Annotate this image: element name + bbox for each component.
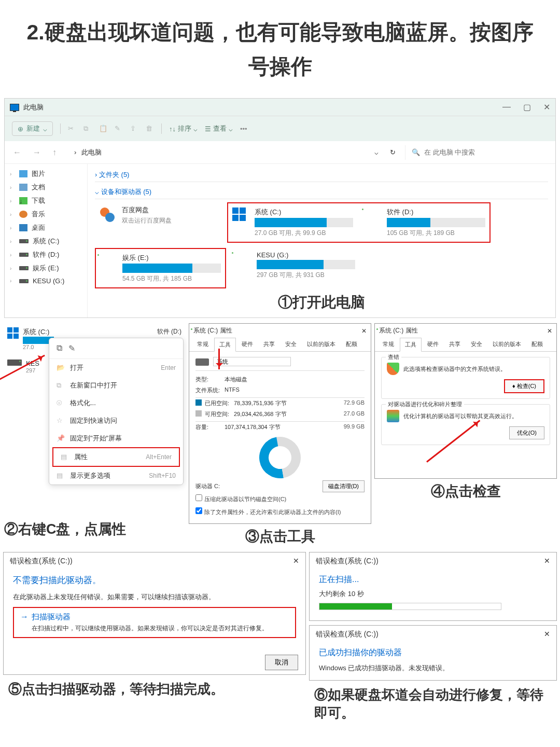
share-icon[interactable]: ⇪ [130,125,138,133]
format-icon: ⦾ [57,399,65,407]
drive-d[interactable]: 软件 (D:)105 GB 可用, 共 189 GB [361,204,488,241]
sidebar-item-documents[interactable]: ›文档 [5,181,87,194]
tab-general[interactable]: 常规 [378,338,399,351]
rename-icon[interactable]: ✎ [68,343,75,353]
drive-name-input[interactable] [213,357,291,366]
tab-hardware[interactable]: 硬件 [423,338,443,351]
scan-drive-option[interactable]: →扫描驱动器 在扫描过程中，可以继续使用驱动器。如果发现错误，你可以决定是否对其… [13,607,296,638]
tab-sharing[interactable]: 共享 [444,338,465,351]
scan-success-text: Windows 已成功扫描驱动器。未发现错误。 [319,663,547,673]
check-header: 查错 [386,353,401,361]
cancel-button[interactable]: 取消 [265,655,298,670]
rename-icon[interactable]: ✎ [115,125,123,133]
group-devices[interactable]: ⌵ 设备和驱动器 (5) [95,185,548,199]
no-scan-needed-heading: 不需要扫描此驱动器。 [13,574,296,586]
refresh-button[interactable]: ↻ [390,148,396,156]
sidebar-item-drive-g[interactable]: ›KESU (G:) [5,275,87,287]
tab-previous[interactable]: 以前的版本 [302,338,340,351]
close-button[interactable]: ✕ [544,557,550,566]
search-box[interactable]: 🔍 [405,145,550,160]
new-label: 新建 [26,124,40,133]
sort-button[interactable]: ↑↓ 排序 ⌵ [169,124,198,133]
tab-quota[interactable]: 配额 [527,338,548,351]
sidebar-item-desktop[interactable]: ›桌面 [5,221,87,234]
delete-icon[interactable]: 🗑 [146,125,154,133]
search-icon: 🔍 [412,148,420,156]
this-pc-icon [10,104,19,111]
back-button[interactable]: ← [10,148,24,157]
more-button[interactable]: ••• [240,125,247,133]
sidebar-item-music[interactable]: ›音乐 [5,208,87,221]
group-folders[interactable]: › 文件夹 (5) [95,168,548,182]
menu-open[interactable]: 📂打开Enter [49,359,183,377]
disk-cleanup-button[interactable]: 磁盘清理(D) [323,480,365,492]
tab-tools[interactable]: 工具 [214,338,236,352]
chevron-down-icon: ⌵ [43,125,47,133]
tab-previous[interactable]: 以前的版本 [488,338,526,351]
error-check-dialog-1: 错误检查(系统 (C:))✕ 不需要扫描此驱动器。 在此驱动器上未发现任何错误。… [3,552,306,675]
tab-general[interactable]: 常规 [192,338,213,351]
drive-c[interactable]: 系统 (C:)27.0 GB 可用, 共 99.9 GB [229,204,356,241]
compress-checkbox[interactable] [195,494,202,501]
menu-pin-start[interactable]: 📌固定到"开始"屏幕 [49,430,183,447]
new-button[interactable]: ⊕ 新建 ⌵ [12,121,53,136]
address-bar[interactable]: › 此电脑 ⌵ ↻ [65,146,400,159]
check-button[interactable]: ♦ 检查(C) [504,379,544,393]
index-checkbox[interactable] [195,507,202,514]
sidebar-item-drive-c[interactable]: ›系统 (C:) [5,234,87,248]
view-button[interactable]: ☰ 查看 ⌵ [205,124,233,133]
tab-sharing[interactable]: 共享 [259,338,279,351]
context-menu-panel: 系统 (C:)27.0 软件 (D:) KES297 GB 可 ⧉ ✎ 📂打开E… [3,323,186,382]
search-input[interactable] [424,148,550,156]
menu-open-new-window[interactable]: ⧉在新窗口中打开 [49,377,183,394]
drive-e[interactable]: 娱乐 (E:)54.5 GB 可用, 共 185 GB [97,250,224,286]
forward-button[interactable]: → [30,148,44,157]
sidebar-item-drive-e[interactable]: ›娱乐 (E:) [5,261,87,275]
drive-g[interactable]: KESU (G:)297 GB 可用, 共 931 GB [231,248,358,288]
pin-start-icon: 📌 [57,434,65,442]
copy-icon[interactable]: ⧉ [57,343,62,353]
up-button[interactable]: ↑ [49,148,60,157]
folder-open-icon: 📂 [57,364,65,372]
main-pane: › 文件夹 (5) ⌵ 设备和驱动器 (5) 百度网盘双击运行百度网盘 系统 (… [88,164,555,317]
maximize-button[interactable]: ▢ [523,102,531,112]
tab-hardware[interactable]: 硬件 [237,338,258,351]
optimize-header: 对驱动器进行优化和碎片整理 [386,400,464,408]
menu-properties[interactable]: ▤属性Alt+Enter [52,447,180,467]
menu-pin-quick[interactable]: ☆固定到快速访问 [49,412,183,430]
sidebar-item-drive-d[interactable]: ›软件 (D:) [5,248,87,261]
cut-icon[interactable]: ✂ [68,125,76,133]
minimize-button[interactable]: — [502,102,511,112]
item-baidu[interactable]: 百度网盘双击运行百度网盘 [95,202,222,243]
annotation-arrow [218,349,220,369]
pin-icon: ☆ [57,417,65,425]
step-4-label: ④点击检查 [374,479,557,504]
close-button[interactable]: ✕ [361,327,367,335]
close-button[interactable]: ✕ [544,630,550,639]
close-button[interactable]: ✕ [293,557,299,566]
tab-tools[interactable]: 工具 [400,338,422,352]
menu-more-options[interactable]: ▤显示更多选项Shift+F10 [49,467,183,485]
tab-security[interactable]: 安全 [466,338,487,351]
menu-format[interactable]: ⦾格式化... [49,394,183,412]
context-menu: ⧉ ✎ 📂打开Enter ⧉在新窗口中打开 ⦾格式化... ☆固定到快速访问 📌… [49,338,184,485]
properties-icon: ▤ [61,453,69,461]
copy-icon[interactable]: ⧉ [83,125,92,133]
file-explorer-window: 此电脑 — ▢ ✕ ⊕ 新建 ⌵ ✂ ⧉ 📋 ✎ ⇪ 🗑 ↑↓ 排序 ⌵ ☰ 查… [4,98,556,318]
paste-icon[interactable]: 📋 [99,125,107,133]
tab-quota[interactable]: 配额 [341,338,362,351]
sidebar-item-downloads[interactable]: ›↓下载 [5,194,87,208]
titlebar: 此电脑 — ▢ ✕ [5,99,555,116]
dialog-title: 错误检查(系统 (C:)) [316,557,379,566]
step-6-label: ⑥如果硬盘坏道会自动进行修复，等待即可。 [309,681,557,727]
optimize-button[interactable]: 优化(O) [509,426,544,439]
step-3-label: ③点击工具 [189,524,371,549]
dialog-title: 错误检查(系统 (C:)) [10,557,73,566]
close-button[interactable]: ✕ [543,102,550,112]
step-1-label: ①打开此电脑 [95,288,548,313]
breadcrumb: 此电脑 [81,148,102,157]
baidu-icon [98,205,117,224]
sidebar-item-pictures[interactable]: ›图片 [5,167,87,181]
tab-security[interactable]: 安全 [281,338,301,351]
close-button[interactable]: ✕ [547,327,552,335]
